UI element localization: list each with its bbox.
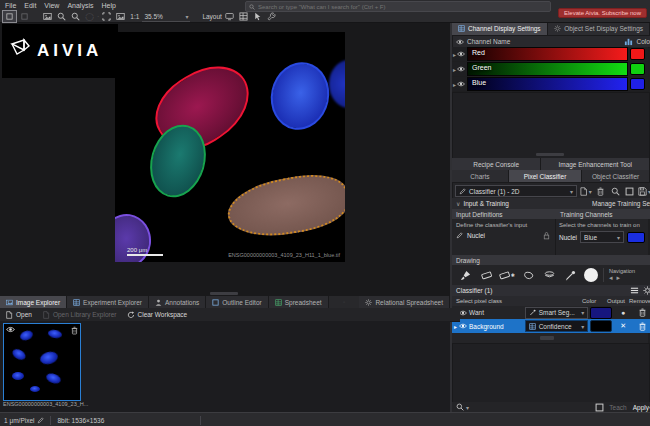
lasso-tool-button[interactable] [519, 267, 537, 283]
green-histogram-bar[interactable]: Green [467, 62, 628, 76]
tab-experiment-explorer[interactable]: Experiment Explorer [67, 296, 149, 308]
fit-screen-button[interactable] [100, 11, 113, 22]
brush-tool-button[interactable] [456, 267, 474, 283]
eye-icon[interactable] [459, 310, 467, 316]
tab-relational-spreadsheet[interactable]: Relational Spreadsheet [359, 296, 450, 308]
duplicate-classifier-button[interactable] [623, 186, 636, 197]
manage-training-set-link[interactable]: Manage Training Set [592, 200, 650, 207]
actual-size-button[interactable] [114, 11, 127, 22]
tab-image-explorer[interactable]: Image Explorer [0, 296, 67, 308]
input-nuclei-label[interactable]: Nuclei [467, 232, 485, 239]
image-view-button[interactable] [41, 11, 54, 22]
tools-button[interactable] [265, 11, 278, 22]
eye-icon[interactable] [6, 326, 15, 333]
apply-button[interactable]: Apply [633, 404, 649, 411]
new-classifier-button[interactable]: ▾ [579, 186, 592, 197]
nav-prev-button[interactable]: ◂ [609, 274, 613, 282]
picker-tool-button[interactable] [561, 267, 579, 283]
tab-object-classifier[interactable]: Object Classifier [582, 170, 650, 182]
viewport-splitter-handle[interactable] [210, 292, 238, 295]
right-splitter-handle[interactable] [536, 153, 564, 156]
want-color-swatch[interactable] [590, 307, 612, 319]
hand-tool-button[interactable] [18, 11, 31, 22]
image-viewport[interactable]: AIVIA 200 μm ENSG00000000003_4109_23_H11… [0, 22, 450, 296]
pointer-tool-button[interactable] [2, 10, 17, 23]
menu-file[interactable]: File [5, 2, 16, 9]
collapse-chevron-icon[interactable]: ∨ [456, 200, 460, 207]
pointer-mode-button[interactable] [251, 11, 264, 22]
pixel-class-row-background[interactable]: ▸ Background Confidence ▾ ✕ [452, 319, 650, 333]
expand-chevron-icon[interactable]: ▸ [454, 323, 457, 330]
pixel-class-row-want[interactable]: ▸ Want Smart Seg... ▾ ● [452, 306, 650, 319]
inspect-classifier-button[interactable] [609, 186, 622, 197]
channel-row-green[interactable]: ▸ Green [452, 62, 648, 76]
search-icon[interactable] [456, 403, 464, 411]
single-layout-button[interactable] [223, 11, 236, 22]
global-search[interactable] [245, 1, 551, 12]
reset-view-button[interactable]: ◌ [83, 11, 96, 22]
microscopy-image[interactable]: 200 μm ENSG00000000003_4109_23_H11_1_blu… [115, 32, 345, 262]
training-channel-select[interactable]: Blue ▾ [580, 231, 624, 243]
eye-icon[interactable] [457, 81, 465, 87]
tab-outline-editor[interactable]: Outline Editor [206, 296, 268, 308]
menu-view[interactable]: View [44, 2, 59, 9]
green-color-swatch[interactable] [630, 63, 645, 75]
tab-channel-display-settings[interactable]: Channel Display Settings [452, 22, 548, 35]
zoom-out-button[interactable] [69, 11, 82, 22]
edit-pencil-icon[interactable] [37, 417, 44, 424]
open-library-explorer-button[interactable]: Open Library Explorer [42, 311, 117, 319]
histogram-icon[interactable] [624, 37, 633, 46]
channel-row-blue[interactable]: ▸ Blue [452, 77, 648, 91]
list-menu-icon[interactable] [630, 286, 639, 295]
channel-row-red[interactable]: ▸ Red [452, 47, 648, 61]
tab-object-set-display-settings[interactable]: Object Set Display Settings [548, 22, 650, 35]
classifier-select[interactable]: Classifier (1) - 2D ▾ [455, 185, 577, 197]
tab-pixel-classifier[interactable]: Pixel Classifier [509, 170, 582, 182]
input-training-label[interactable]: Input & Training [463, 200, 509, 207]
blue-color-swatch[interactable] [630, 78, 645, 90]
want-remove-button[interactable] [634, 308, 650, 317]
layers-tool-button[interactable] [540, 267, 558, 283]
chevron-down-icon[interactable]: ▾ [466, 404, 469, 411]
search-input[interactable] [258, 4, 547, 10]
tab-annotations[interactable]: Annotations [149, 296, 206, 308]
training-channel-color-swatch[interactable] [627, 232, 645, 243]
zoom-in-button[interactable] [55, 11, 68, 22]
fill-eraser-tool-button[interactable]: ✱ [498, 267, 516, 283]
open-button[interactable]: Open [5, 311, 32, 319]
subscribe-button[interactable]: Elevate Aivia. Subscribe now [558, 8, 647, 18]
tab-spreadsheet[interactable]: Spreadsheet [269, 296, 329, 308]
eye-icon[interactable] [459, 323, 467, 329]
background-remove-button[interactable] [634, 322, 650, 331]
background-output-toggle[interactable]: ✕ [614, 322, 632, 330]
background-color-swatch[interactable] [590, 320, 612, 332]
tab-charts[interactable]: Charts [452, 170, 509, 182]
save-classifier-button[interactable]: ▾ [638, 186, 650, 197]
eye-icon[interactable] [457, 51, 465, 57]
trash-icon[interactable] [71, 326, 78, 335]
tab-recipe-console[interactable]: Recipe Console [452, 158, 541, 170]
background-mode-select[interactable]: Confidence ▾ [525, 320, 589, 332]
nav-next-button[interactable]: ▸ [617, 274, 621, 282]
grid-layout-button[interactable] [237, 11, 250, 22]
zoom-level-select[interactable]: 35.5% ▾ [142, 12, 190, 22]
lock-icon[interactable] [542, 231, 551, 240]
tab-image-enhancement-tool[interactable]: Image Enhancement Tool [541, 158, 650, 170]
add-class-handle[interactable] [540, 336, 554, 340]
teach-button[interactable]: Teach [609, 404, 626, 411]
preview-region-icon[interactable] [595, 403, 604, 412]
delete-classifier-button[interactable] [594, 186, 607, 197]
clear-workspace-button[interactable]: Clear Workspace [127, 311, 188, 319]
blue-histogram-bar[interactable]: Blue [467, 77, 628, 91]
eraser-tool-button[interactable] [477, 267, 495, 283]
menu-help[interactable]: Help [101, 2, 115, 9]
brush-size-preview[interactable] [584, 268, 598, 282]
want-mode-select[interactable]: Smart Seg... ▾ [525, 307, 589, 319]
image-thumbnail-card[interactable] [3, 323, 81, 401]
want-output-toggle[interactable]: ● [614, 309, 632, 316]
red-histogram-bar[interactable]: Red [467, 47, 628, 61]
red-color-swatch[interactable] [630, 48, 645, 60]
eye-icon[interactable] [456, 39, 464, 45]
gear-icon[interactable] [643, 286, 650, 295]
eye-icon[interactable] [457, 66, 465, 72]
